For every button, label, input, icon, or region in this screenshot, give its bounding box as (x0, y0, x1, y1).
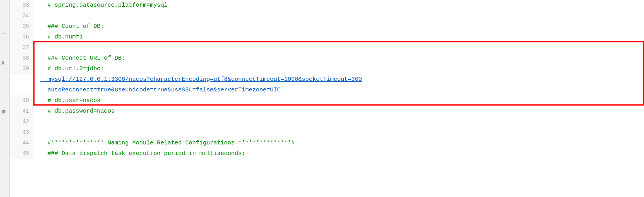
line-39-part1: # db.url.0=jdbc: (40, 66, 104, 72)
line-number-34: 34 (10, 11, 33, 21)
line-code-43 (33, 127, 44, 138)
code-content-area: 33 # spring.datasource.platform=mysql 34… (10, 0, 644, 197)
line-code-45: ### Data dispatch task execution period … (33, 148, 245, 159)
line-code-35: ### Count of DB: (33, 21, 104, 32)
code-line-44: 44 #*************** Naming Module Relate… (10, 138, 644, 148)
line-number-40: 40 (10, 95, 33, 106)
line-code-41: # db.password=nacos (33, 106, 115, 117)
line-number-33: 33 (10, 0, 33, 11)
left-margin: i ve 像 (0, 0, 10, 197)
code-editor: i ve 像 33 # spring.datasource.platform=m… (0, 0, 644, 197)
margin-label-2: ve (1, 61, 5, 66)
line-code-37 (33, 42, 44, 53)
code-line-40: 40 # db.user=nacos (10, 95, 644, 106)
code-line-35: 35 ### Count of DB: (10, 21, 644, 32)
code-line-43: 43 (10, 127, 644, 138)
line-code-33: # spring.datasource.platform=mysql (33, 0, 168, 11)
line-39-part2: mysql://127.0.0.1:3306/nacos?characterEn… (40, 76, 362, 83)
code-line-45: 45 ### Data dispatch task execution peri… (10, 148, 644, 159)
line-number-41: 41 (10, 106, 33, 117)
line-number-44: 44 (10, 138, 33, 148)
line-number-45: 45 (10, 148, 33, 159)
line-number-37: 37 (10, 42, 33, 53)
line-number-39: 39 (10, 64, 33, 74)
line-number-35: 35 (10, 21, 33, 32)
line-code-38: ### Connect URL of DB: (33, 53, 125, 64)
code-line-37: 37 (10, 42, 644, 53)
code-line-38: 38 ### Connect URL of DB: (10, 53, 644, 64)
line-code-36: # db.num=1 (33, 32, 83, 42)
code-line-41: 41 # db.password=nacos (10, 106, 644, 117)
code-line-39: 39 # db.url.0=jdbc: mysql://127.0.0.1:33… (10, 64, 644, 95)
line-number-38: 38 (10, 53, 33, 64)
line-39-part3: autoReconnect=true&useUnicode=true&useSS… (40, 87, 281, 93)
line-number-43: 43 (10, 127, 33, 138)
line-code-40: # db.user=nacos (33, 95, 100, 106)
code-line-42: 42 (10, 117, 644, 127)
line-number-36: 36 (10, 32, 33, 42)
code-line-36: 36 # db.num=1 (10, 32, 644, 42)
line-code-44: #*************** Naming Module Related C… (33, 138, 295, 148)
code-line-33: 33 # spring.datasource.platform=mysql (10, 0, 644, 11)
code-line-34: 34 (10, 11, 644, 21)
line-code-34 (33, 11, 44, 21)
line-code-39: # db.url.0=jdbc: mysql://127.0.0.1:3306/… (33, 64, 362, 95)
line-number-42: 42 (10, 117, 33, 127)
margin-label-1: i (2, 33, 6, 34)
line-code-42 (33, 117, 44, 127)
